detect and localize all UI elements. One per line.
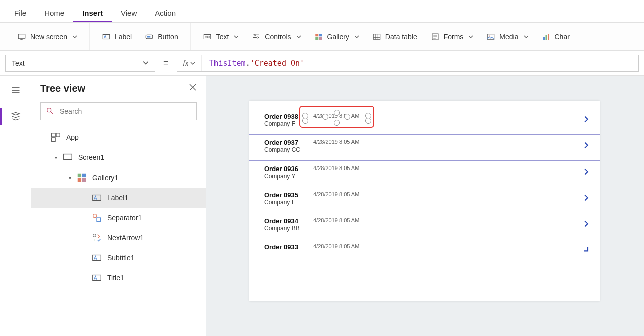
data-table-button[interactable]: Data table	[367, 29, 422, 44]
svg-rect-44	[82, 178, 86, 182]
svg-rect-45	[93, 195, 101, 201]
gallery-item[interactable]: Order 09334/28/2019 8:05 AM	[249, 239, 600, 265]
svg-line-36	[51, 112, 53, 114]
chevron-down-icon	[524, 33, 529, 41]
menu-action[interactable]: Action	[146, 9, 185, 22]
svg-text:+: +	[93, 238, 95, 242]
tree-list: App ▾ Screen1 ▾ Gallery1 Label1 Separato…	[31, 124, 206, 291]
tree-search-input[interactable]	[59, 107, 191, 116]
tree-node-label: Subtitle1	[107, 254, 134, 262]
screen-icon	[62, 152, 73, 163]
text-dropdown[interactable]: Abc Text	[198, 29, 244, 44]
media-label: Media	[499, 33, 518, 41]
gallery-dropdown[interactable]: Gallery	[309, 29, 364, 44]
app-screen[interactable]: Order 0938Company F4/28/2019 8:05 AMOrde…	[249, 101, 600, 301]
tree-node-label: NextArrow1	[107, 234, 144, 242]
chevron-down-icon	[354, 33, 359, 41]
equals-sign: =	[161, 58, 171, 68]
new-screen-icon	[17, 32, 26, 41]
tree-node-nextarrow1[interactable]: + NextArrow1	[31, 228, 206, 248]
new-screen-button[interactable]: New screen	[12, 29, 82, 44]
tree-node-subtitle1[interactable]: Subtitle1	[31, 248, 206, 268]
svg-point-11	[257, 37, 258, 38]
svg-rect-43	[78, 178, 81, 182]
gallery-item-title: Order 0937	[264, 139, 310, 146]
controls-dropdown[interactable]: Controls	[247, 29, 306, 44]
gallery-item-title: Order 0936	[264, 165, 310, 173]
separator-icon	[91, 212, 102, 223]
tree-node-app[interactable]: App	[31, 127, 206, 147]
ribbon: New screen Label Button Abc Text	[0, 23, 644, 51]
chevron-right-icon[interactable]	[583, 194, 590, 203]
chevron-right-icon[interactable]	[581, 245, 592, 256]
tree-node-label: Separator1	[107, 214, 142, 222]
media-dropdown[interactable]: Media	[481, 29, 533, 44]
svg-point-35	[47, 108, 51, 112]
menu-insert[interactable]: Insert	[73, 9, 112, 22]
fx-label[interactable]: fx	[177, 55, 202, 71]
gallery-item-subtitle: Company Y	[264, 173, 310, 180]
menu-view[interactable]: View	[112, 9, 146, 22]
left-rail	[0, 76, 31, 336]
tree-node-screen1[interactable]: ▾ Screen1	[31, 147, 206, 167]
formula-token-dot: .	[246, 59, 250, 68]
forms-label: Forms	[444, 33, 464, 41]
svg-rect-39	[52, 138, 55, 141]
chevron-right-icon[interactable]	[583, 142, 590, 150]
tree-node-label: Gallery1	[92, 174, 118, 182]
tree-node-label1[interactable]: Label1	[31, 188, 206, 208]
label-icon	[102, 32, 111, 41]
tree-search[interactable]	[40, 102, 197, 120]
label-icon	[91, 192, 102, 203]
tree-node-gallery1[interactable]: ▾ Gallery1	[31, 167, 206, 188]
property-selector-value: Text	[12, 59, 25, 67]
svg-rect-3	[103, 34, 110, 39]
menu-home[interactable]: Home	[35, 9, 73, 22]
gallery-item-subtitle: Company I	[264, 199, 310, 206]
hamburger-button[interactable]	[7, 82, 24, 99]
svg-rect-42	[82, 174, 86, 177]
svg-rect-5	[147, 36, 151, 37]
chevron-right-icon[interactable]	[583, 220, 590, 229]
svg-rect-14	[315, 37, 318, 39]
chevron-down-icon	[296, 33, 301, 41]
charts-dropdown[interactable]: Char	[537, 29, 575, 44]
menu-file[interactable]: File	[5, 9, 35, 22]
chevron-down-icon	[72, 33, 77, 41]
close-panel-button[interactable]	[189, 83, 197, 94]
button-button[interactable]: Button	[140, 29, 183, 44]
chevron-right-icon[interactable]	[583, 116, 590, 124]
chevron-down-icon	[143, 59, 149, 67]
gallery-icon	[314, 32, 323, 41]
svg-rect-29	[548, 34, 549, 40]
media-icon	[486, 32, 495, 41]
chevron-right-icon[interactable]	[583, 168, 590, 177]
svg-rect-15	[319, 37, 322, 39]
canvas[interactable]: Order 0938Company F4/28/2019 8:05 AMOrde…	[206, 76, 644, 336]
label-button[interactable]: Label	[97, 29, 137, 44]
gallery-item[interactable]: Order 0936Company Y4/28/2019 8:05 AM	[249, 161, 600, 187]
label-icon	[91, 272, 102, 283]
new-screen-label: New screen	[30, 33, 67, 41]
gallery-item[interactable]: Order 0937Company CC4/28/2019 8:05 AM	[249, 135, 600, 161]
tree-view-rail-button[interactable]	[7, 108, 24, 125]
svg-rect-37	[52, 133, 55, 137]
property-selector[interactable]: Text	[5, 55, 155, 72]
formula-bar: Text = fx ThisItem.'Created On'	[0, 51, 644, 76]
svg-point-9	[255, 34, 256, 35]
formula-box[interactable]: fx ThisItem.'Created On'	[177, 55, 639, 72]
tree-node-separator1[interactable]: Separator1	[31, 208, 206, 228]
svg-point-46	[93, 214, 97, 218]
svg-rect-27	[543, 37, 545, 40]
formula-input[interactable]: ThisItem.'Created On'	[202, 59, 311, 68]
chevron-down-icon	[468, 33, 473, 41]
icons-icon: +	[91, 232, 102, 243]
formula-token-string: 'Created On'	[250, 59, 304, 68]
forms-dropdown[interactable]: Forms	[425, 29, 479, 44]
controls-icon	[252, 32, 261, 41]
gallery-item-title: Order 0933	[264, 243, 310, 251]
gallery-item[interactable]: Order 0934Company BB4/28/2019 8:05 AM	[249, 213, 600, 239]
tree-node-title1[interactable]: Title1	[31, 268, 206, 288]
svg-rect-16	[373, 34, 380, 39]
gallery-item[interactable]: Order 0935Company I4/28/2019 8:05 AM	[249, 187, 600, 213]
